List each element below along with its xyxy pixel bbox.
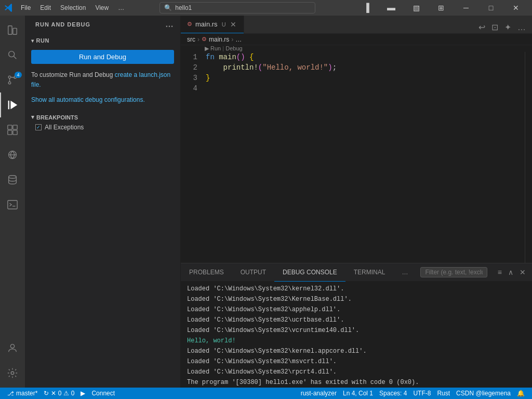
panel-tab-problems[interactable]: PROBLEMS — [181, 263, 232, 282]
debug-link[interactable]: Debug — [225, 45, 242, 51]
toggle-sidebar-btn[interactable]: ▐ — [354, 0, 378, 16]
tab-history-btn[interactable]: ↩ — [476, 21, 487, 33]
statusbar-connect-label: Connect — [91, 390, 115, 397]
statusbar-sync[interactable]: ↻ ✕ 0 ⚠ 0 — [41, 388, 77, 399]
panel-close-btn[interactable]: ✕ — [517, 266, 528, 278]
panel-tab-more[interactable]: … — [393, 263, 416, 282]
svg-point-5 — [8, 82, 11, 84]
statusbar-encoding[interactable]: UTF-8 — [410, 388, 434, 399]
activity-bar-run-debug[interactable] — [0, 92, 25, 117]
minimize-btn[interactable]: ─ — [454, 0, 478, 16]
statusbar-debug[interactable]: ▶ — [77, 388, 88, 399]
activity-bar: 4 — [0, 16, 25, 388]
editor-scrollbar[interactable] — [525, 52, 532, 263]
statusbar-language-label: Rust — [437, 390, 450, 397]
run-link[interactable]: ▶ Run — [205, 45, 221, 51]
customize-layout-btn[interactable]: ⊞ — [429, 0, 453, 16]
toggle-panel-btn[interactable]: ▬ — [379, 0, 403, 16]
breadcrumb-file[interactable]: main.rs — [209, 36, 229, 43]
menu-more[interactable]: … — [114, 3, 128, 12]
maximize-btn[interactable]: □ — [479, 0, 503, 16]
panel-tab-output[interactable]: OUTPUT — [232, 263, 274, 282]
statusbar-csdn[interactable]: CSDN @liegemena — [453, 388, 514, 399]
menu-file[interactable]: File — [17, 3, 35, 12]
search-bar[interactable]: 🔍 hello1 — [159, 2, 315, 14]
tab-dirty-label: U — [222, 21, 226, 28]
activity-bar-source-control[interactable]: 4 — [0, 68, 25, 92]
activity-bar-explorer[interactable] — [0, 18, 25, 43]
code-line-4 — [206, 83, 521, 94]
all-exceptions-label: All Exceptions — [45, 124, 84, 131]
activity-bar-settings[interactable] — [0, 361, 25, 385]
line-numbers: 1 2 3 4 — [181, 52, 202, 263]
tab-split-btn[interactable]: ⊡ — [489, 21, 500, 33]
breakpoints-chevron-icon: ▾ — [31, 114, 34, 121]
activity-bar-terminal[interactable] — [0, 192, 25, 217]
editor-tab-main-rs[interactable]: ⚙ main.rs U ✕ — [181, 16, 244, 33]
breadcrumb: src › ⚙ main.rs › … — [181, 34, 532, 45]
statusbar-rust-analyzer[interactable]: rust-analyzer — [298, 388, 340, 399]
editor-area: ⚙ main.rs U ✕ ↩ ⊡ ✦ … src › ⚙ main.rs › … — [181, 16, 532, 388]
activity-bar-extensions[interactable] — [0, 117, 25, 142]
panel-filter[interactable] — [420, 267, 487, 277]
panel-scroll-lock-btn[interactable]: ∧ — [506, 266, 515, 278]
panel-tab-bar: PROBLEMS OUTPUT DEBUG CONSOLE TERMINAL …… — [181, 263, 532, 282]
code-line-1: fn main() { — [206, 52, 521, 62]
panel-tab-debug-console[interactable]: DEBUG CONSOLE — [274, 263, 345, 282]
menu-bar: File Edit Selection View … — [17, 3, 128, 12]
statusbar-branch[interactable]: ⎇ master* — [4, 388, 41, 399]
svg-marker-8 — [10, 101, 17, 110]
breadcrumb-symbol[interactable]: … — [235, 36, 242, 43]
svg-point-4 — [8, 76, 11, 78]
line-number-3: 3 — [185, 73, 197, 83]
svg-point-19 — [10, 344, 14, 348]
activity-bar-database[interactable] — [0, 167, 25, 192]
panel-actions: ≡ ∧ ✕ — [491, 266, 532, 278]
breadcrumb-src[interactable]: src — [187, 36, 195, 43]
activity-bar-accounts[interactable] — [0, 336, 25, 361]
breakpoints-header[interactable]: ▾ BREAKPOINTS — [31, 112, 174, 123]
close-btn[interactable]: ✕ — [504, 0, 528, 16]
split-editor-btn[interactable]: ▧ — [404, 0, 428, 16]
breakpoints-section: ▾ BREAKPOINTS All Exceptions — [25, 108, 180, 136]
all-exceptions-checkbox[interactable] — [35, 124, 42, 130]
menu-selection[interactable]: Selection — [56, 3, 90, 12]
statusbar-position-label: Ln 4, Col 1 — [343, 390, 373, 397]
menu-view[interactable]: View — [91, 3, 113, 12]
tab-close-btn[interactable]: ✕ — [229, 19, 237, 30]
panel-filter-input[interactable] — [420, 267, 487, 277]
svg-rect-0 — [8, 26, 12, 35]
run-chevron-icon: ▾ — [31, 38, 34, 44]
statusbar-language[interactable]: Rust — [434, 388, 453, 399]
sidebar-more-btn[interactable]: … — [165, 20, 174, 29]
menu-edit[interactable]: Edit — [36, 3, 55, 12]
svg-point-20 — [11, 371, 14, 375]
run-section: ▾ RUN Run and Debug To customize Run and… — [25, 31, 180, 108]
statusbar-notifications[interactable]: 🔔 — [514, 388, 528, 399]
search-icon: 🔍 — [164, 4, 172, 11]
panel-tab-terminal[interactable]: TERMINAL — [345, 263, 394, 282]
activity-bar-remote-explorer[interactable] — [0, 142, 25, 167]
tab-inline-chat-btn[interactable]: ✦ — [502, 21, 513, 33]
statusbar-position[interactable]: Ln 4, Col 1 — [340, 388, 376, 399]
svg-line-3 — [14, 56, 16, 59]
statusbar-connect[interactable]: Connect — [88, 388, 118, 399]
breakpoint-all-exceptions[interactable]: All Exceptions — [31, 123, 174, 132]
run-debug-inline-link: ▶ Run | Debug — [181, 45, 532, 52]
activity-bar-search[interactable] — [0, 43, 25, 68]
console-line-hello: Hello, world! — [181, 336, 532, 346]
code-editor[interactable]: 1 2 3 4 fn main() { println!("Hello, wor… — [181, 52, 532, 263]
panel: PROBLEMS OUTPUT DEBUG CONSOLE TERMINAL …… — [181, 263, 532, 388]
panel-content: Loaded 'C:\Windows\System32\kernel32.dll… — [181, 282, 532, 388]
run-section-header[interactable]: ▾ RUN — [31, 35, 174, 46]
search-text: hello1 — [175, 4, 192, 11]
statusbar-spaces[interactable]: Spaces: 4 — [376, 388, 410, 399]
console-line-2: Loaded 'C:\Windows\System32\apphelp.dll'… — [181, 304, 532, 315]
code-line-3: } — [206, 73, 521, 83]
show-all-debug-configs-link[interactable]: Show all automatic debug configurations. — [31, 96, 174, 103]
run-and-debug-button[interactable]: Run and Debug — [31, 50, 174, 64]
statusbar-warnings: ⚠ 0 — [63, 390, 74, 397]
panel-collapse-lines-btn[interactable]: ≡ — [496, 266, 504, 278]
tab-more-btn[interactable]: … — [515, 22, 528, 33]
customize-text-before: To customize Run and Debug — [31, 71, 115, 78]
